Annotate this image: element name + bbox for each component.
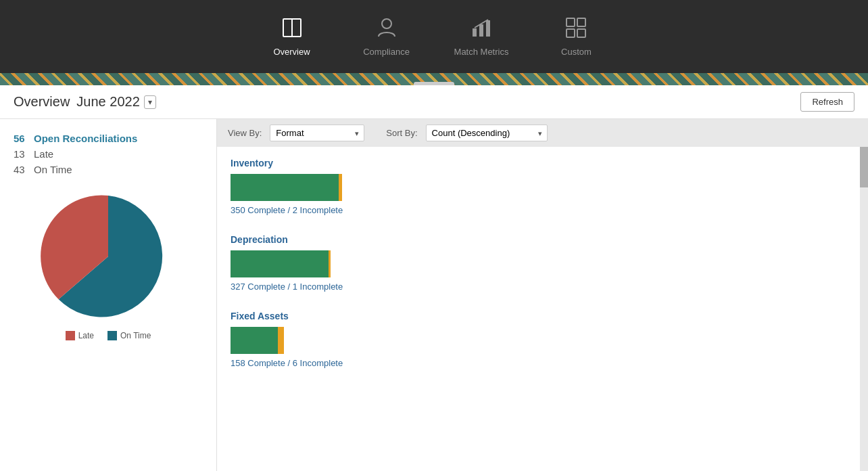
page-header: Overview June 2022 ▾ Refresh <box>0 85 868 119</box>
svg-rect-9 <box>577 29 585 37</box>
inventory-complete-bar <box>231 174 339 201</box>
chart-item-fixed-assets-stats: 158 Complete / 6 Incomplete <box>231 358 854 368</box>
main-content: Overview June 2022 ▾ Refresh 56 Open Rec… <box>0 85 868 471</box>
match-metrics-icon <box>470 16 493 43</box>
nav-label-match-metrics: Match Metrics <box>454 47 509 57</box>
pie-chart <box>41 189 176 324</box>
chart-item-depreciation-stats: 327 Complete / 1 Incomplete <box>231 282 854 292</box>
svg-rect-7 <box>577 18 585 26</box>
pie-legend: Late On Time <box>66 331 151 340</box>
filter-bar: View By: Format Sort By: Count (Descendi… <box>217 119 868 147</box>
compliance-icon <box>375 16 398 43</box>
chart-item-fixed-assets-bar <box>231 327 854 354</box>
svg-point-2 <box>382 19 391 28</box>
body-row: 56 Open Reconciliations 13 Late 43 On Ti… <box>0 119 868 471</box>
svg-rect-8 <box>566 29 575 37</box>
fixed-assets-incomplete-bar <box>278 327 284 354</box>
overview-icon <box>281 16 304 43</box>
nav-item-compliance[interactable]: Compliance <box>360 16 414 57</box>
chart-item-inventory-bar <box>231 174 854 201</box>
sort-by-label: Sort By: <box>386 128 417 138</box>
legend-late-label: Late <box>78 331 94 340</box>
depreciation-complete-bar <box>231 250 329 277</box>
svg-rect-3 <box>473 28 477 37</box>
legend-late-color <box>66 331 75 340</box>
chart-item-depreciation-title: Depreciation <box>231 234 854 245</box>
ontime-label: On Time <box>34 164 72 175</box>
nav-item-match-metrics[interactable]: Match Metrics <box>454 16 509 57</box>
page-title: Overview <box>14 94 70 110</box>
left-panel: 56 Open Reconciliations 13 Late 43 On Ti… <box>0 119 216 471</box>
legend-ontime-label: On Time <box>120 331 151 340</box>
nav-label-custom: Custom <box>561 47 592 57</box>
chart-item-depreciation-bar <box>231 250 854 277</box>
open-label: Open Reconciliations <box>34 133 137 144</box>
svg-rect-6 <box>566 18 575 26</box>
legend-ontime: On Time <box>107 331 151 340</box>
chart-item-inventory-stats: 350 Complete / 2 Incomplete <box>231 205 854 215</box>
view-by-select[interactable]: Format <box>270 125 364 141</box>
svg-rect-4 <box>479 24 483 37</box>
chart-list: Inventory 350 Complete / 2 Incomplete De… <box>217 147 868 471</box>
refresh-button[interactable]: Refresh <box>800 92 854 112</box>
month-selector: June 2022 ▾ <box>76 94 155 110</box>
view-by-select-wrapper: Format <box>270 125 364 141</box>
chart-item-inventory: Inventory 350 Complete / 2 Incomplete <box>231 158 854 215</box>
sort-by-select[interactable]: Count (Descending) <box>426 125 548 141</box>
late-label: Late <box>34 148 53 160</box>
legend-late: Late <box>66 331 94 340</box>
chart-item-depreciation: Depreciation 327 Complete / 1 Incomplete <box>231 234 854 292</box>
depreciation-incomplete-bar <box>329 250 331 277</box>
chart-item-inventory-title: Inventory <box>231 158 854 169</box>
month-dropdown-button[interactable]: ▾ <box>144 95 156 109</box>
sort-by-select-wrapper: Count (Descending) <box>426 125 548 141</box>
pie-container: Late On Time <box>14 189 203 340</box>
inventory-incomplete-bar <box>339 174 342 201</box>
ontime-row: 43 On Time <box>14 164 203 175</box>
nav-label-compliance: Compliance <box>363 47 410 57</box>
nav-item-overview[interactable]: Overview <box>265 16 319 57</box>
fixed-assets-complete-bar <box>231 327 278 354</box>
chart-item-fixed-assets-title: Fixed Assets <box>231 311 854 321</box>
scrollbar-track[interactable] <box>860 147 868 471</box>
nav-label-overview: Overview <box>273 47 310 57</box>
late-row: 13 Late <box>14 148 203 160</box>
custom-icon <box>564 16 587 43</box>
ontime-count: 43 <box>14 164 34 175</box>
month-label: June 2022 <box>76 94 139 110</box>
svg-rect-5 <box>486 20 490 37</box>
view-by-label: View By: <box>228 128 262 138</box>
right-panel: View By: Format Sort By: Count (Descendi… <box>216 119 868 471</box>
open-reconciliations-row: 56 Open Reconciliations <box>14 133 203 144</box>
legend-ontime-color <box>107 331 117 340</box>
scrollbar-thumb[interactable] <box>860 147 868 187</box>
nav-item-custom[interactable]: Custom <box>549 16 603 57</box>
decorative-banner <box>0 73 868 85</box>
top-nav: Overview Compliance Match Metrics <box>0 0 868 73</box>
late-count: 13 <box>14 148 34 160</box>
open-count: 56 <box>14 133 34 144</box>
chart-item-fixed-assets: Fixed Assets 158 Complete / 6 Incomplete <box>231 311 854 368</box>
